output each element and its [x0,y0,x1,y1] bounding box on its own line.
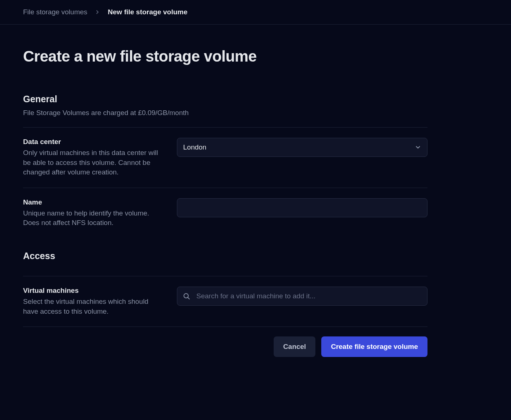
data-center-select[interactable]: London [177,138,427,157]
data-center-value: London [183,143,206,151]
main-content: Create a new file storage volume General… [0,25,451,372]
form-row-data-center: Data center Only virtual machines in thi… [23,128,427,188]
data-center-helper: Only virtual machines in this data cente… [23,148,162,177]
form-control-col: London [177,138,427,177]
breadcrumb-parent-link[interactable]: File storage volumes [23,8,87,16]
button-row: Cancel Create file storage volume [23,327,427,357]
chevron-down-icon [415,144,421,151]
chevron-right-icon [95,9,100,15]
form-row-name: Name Unique name to help identify the vo… [23,188,427,238]
section-heading-access: Access [23,251,427,261]
section-access: Access Virtual machines Select the virtu… [23,251,427,357]
form-label-col: Name Unique name to help identify the vo… [23,198,162,228]
name-helper: Unique name to help identify the volume.… [23,209,162,228]
section-general: General File Storage Volumes are charged… [23,94,427,238]
vm-search-input[interactable] [177,287,427,306]
svg-point-0 [184,294,188,298]
form-control-col [177,287,427,316]
vm-search-wrapper [177,287,427,306]
search-icon [183,292,190,300]
breadcrumb-current: New file storage volume [108,8,188,16]
breadcrumb: File storage volumes New file storage vo… [0,0,511,25]
page-title: Create a new file storage volume [23,48,427,65]
virtual-machines-label: Virtual machines [23,287,162,295]
form-control-col [177,198,427,228]
data-center-select-wrapper: London [177,138,427,157]
name-input[interactable] [177,198,427,217]
virtual-machines-helper: Select the virtual machines which should… [23,297,162,316]
form-label-col: Data center Only virtual machines in thi… [23,138,162,177]
name-label: Name [23,198,162,206]
form-row-virtual-machines: Virtual machines Select the virtual mach… [23,276,427,327]
form-label-col: Virtual machines Select the virtual mach… [23,287,162,316]
section-heading-general: General [23,94,427,104]
cancel-button[interactable]: Cancel [274,336,315,357]
section-subtext-general: File Storage Volumes are charged at £0.0… [23,109,427,117]
data-center-label: Data center [23,138,162,146]
create-button[interactable]: Create file storage volume [321,336,427,357]
